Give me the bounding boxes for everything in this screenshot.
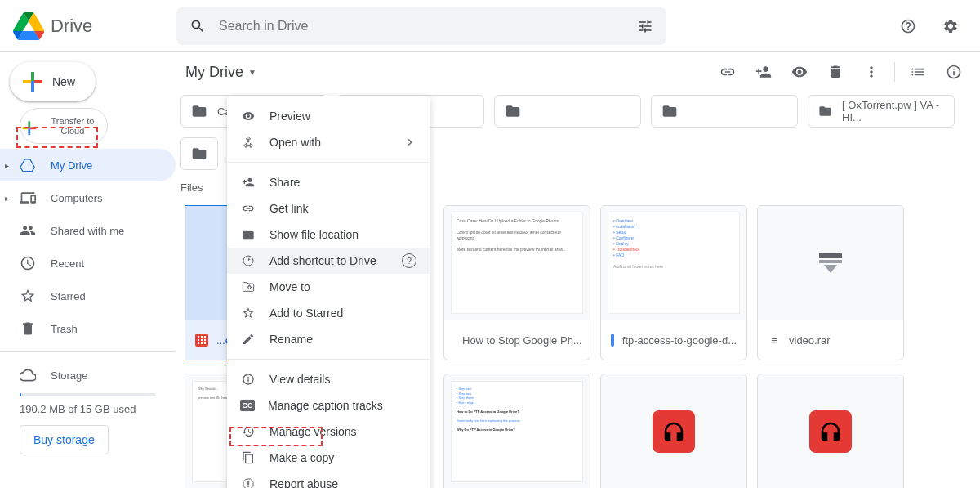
expand-icon[interactable]: ▸ xyxy=(5,161,9,170)
search-bar[interactable] xyxy=(176,7,666,45)
file-name: video.rar xyxy=(789,334,831,347)
menu-item-view-details[interactable]: View details xyxy=(227,366,430,392)
sidebar-item-trash[interactable]: Trash xyxy=(0,312,176,345)
file-card[interactable]: [ 1].test3.mp3 xyxy=(600,374,747,488)
sidebar-item-label: Recent xyxy=(51,257,84,270)
menu-item-make-copy[interactable]: Make a copy xyxy=(227,445,430,471)
menu-item-label: Manage caption tracks xyxy=(268,399,383,412)
sidebar-item-label: Trash xyxy=(51,323,78,335)
menu-item-captions[interactable]: CC Manage caption tracks xyxy=(227,392,430,419)
file-card[interactable]: ≡ video.rar xyxy=(757,205,904,360)
transfer-button[interactable]: Transfer to Cloud xyxy=(20,108,108,144)
info-icon xyxy=(240,371,256,387)
sidebar-item-recent[interactable]: Recent xyxy=(0,247,176,280)
file-footer: ≡ video.rar xyxy=(758,320,903,360)
path-bar: My Drive ▼ xyxy=(176,52,980,92)
trash-icon xyxy=(827,64,844,80)
help-icon[interactable]: ? xyxy=(402,253,416,268)
delete-button[interactable] xyxy=(819,56,852,88)
folder-card[interactable] xyxy=(651,95,798,128)
sidebar-item-storage[interactable]: Storage xyxy=(20,359,156,392)
folder-icon xyxy=(191,103,207,119)
folder-name: [ OxTorrent.pw ] VA - HI... xyxy=(842,99,944,123)
eye-icon xyxy=(240,108,256,124)
share-button[interactable] xyxy=(747,56,780,88)
file-card[interactable]: Case Case: How Do I Upload a Folder to G… xyxy=(443,205,590,360)
shortcut-icon xyxy=(240,253,256,269)
trash-icon xyxy=(20,320,36,337)
folder-icon xyxy=(662,103,678,119)
path-title[interactable]: My Drive ▼ xyxy=(185,64,256,81)
get-link-button[interactable] xyxy=(711,56,744,88)
folder-card[interactable] xyxy=(180,137,218,170)
menu-item-add-starred[interactable]: Add to Starred xyxy=(227,300,430,326)
chevron-down-icon: ▼ xyxy=(248,68,256,77)
toolbar-separator xyxy=(894,62,895,82)
headphones-icon xyxy=(662,419,686,444)
menu-item-show-location[interactable]: Show file location xyxy=(227,222,430,248)
file-card[interactable]: • Overview• Installation• Setup• Configu… xyxy=(600,205,747,360)
preview-button[interactable] xyxy=(783,56,816,88)
sidebar-item-shared[interactable]: Shared with me xyxy=(0,214,176,247)
menu-item-versions[interactable]: Manage versions xyxy=(227,419,430,445)
menu-item-label: Move to xyxy=(270,280,310,293)
copy-icon xyxy=(240,450,256,466)
storage-bar-fill xyxy=(20,393,21,396)
file-thumbnail: Case Case: How Do I Upload a Folder to G… xyxy=(444,206,590,320)
list-view-button[interactable] xyxy=(902,56,934,88)
menu-item-move-to[interactable]: Move to xyxy=(227,274,430,300)
file-thumbnail xyxy=(758,206,903,320)
search-options-icon[interactable] xyxy=(637,18,653,34)
menu-item-share[interactable]: Share xyxy=(227,169,430,195)
sidebar-item-my-drive[interactable]: ▸ My Drive xyxy=(0,149,176,181)
headphones-icon xyxy=(818,419,843,444)
menu-item-get-link[interactable]: Get link xyxy=(227,195,430,222)
gear-icon xyxy=(942,18,959,34)
menu-item-label: Manage versions xyxy=(270,425,357,438)
person-add-icon xyxy=(240,174,256,190)
menu-item-label: Show file location xyxy=(270,228,359,241)
menu-item-label: Report abuse xyxy=(270,477,338,488)
sidebar-item-computers[interactable]: ▸ Computers xyxy=(0,181,176,214)
link-icon xyxy=(719,64,736,80)
sidebar-item-label: Starred xyxy=(51,290,86,302)
search-input[interactable] xyxy=(219,19,624,34)
buy-storage-button[interactable]: Buy storage xyxy=(20,425,109,454)
menu-item-add-shortcut[interactable]: Add shortcut to Drive ? xyxy=(227,248,430,274)
open-icon xyxy=(240,134,256,150)
cc-icon: CC xyxy=(240,400,255,411)
settings-button[interactable] xyxy=(934,10,967,43)
sidebar-item-starred[interactable]: Starred xyxy=(0,280,176,312)
sidebar-item-label: Computers xyxy=(51,192,103,204)
archive-icon: ≡ xyxy=(768,334,781,347)
menu-item-preview[interactable]: Preview xyxy=(227,103,430,129)
expand-icon[interactable]: ▸ xyxy=(5,194,9,203)
search-icon xyxy=(189,18,206,34)
file-card[interactable]: .test2.mp3 xyxy=(757,374,904,488)
file-thumbnail xyxy=(601,374,746,488)
star-icon xyxy=(20,288,36,304)
person-add-icon xyxy=(755,64,772,80)
app-title: Drive xyxy=(51,16,92,37)
folder-card[interactable]: [ OxTorrent.pw ] VA - HI... xyxy=(808,95,955,128)
menu-item-report-abuse[interactable]: Report abuse xyxy=(227,471,430,488)
report-icon xyxy=(240,476,256,488)
menu-item-label: Add to Starred xyxy=(270,307,343,320)
help-button[interactable] xyxy=(892,10,924,43)
file-thumbnail: • Step one• Step two• Step three• More s… xyxy=(444,374,590,488)
new-button[interactable]: New xyxy=(10,62,96,101)
file-footer: How to Stop Google Ph... xyxy=(444,320,590,360)
selection-toolbar xyxy=(711,56,970,88)
menu-item-rename[interactable]: Rename xyxy=(227,326,430,352)
logo-area[interactable]: Drive xyxy=(13,11,176,42)
more-button[interactable] xyxy=(855,56,888,88)
menu-item-label: Get link xyxy=(270,202,308,215)
file-card[interactable]: • Step one• Step two• Step three• More s… xyxy=(443,374,590,488)
list-icon xyxy=(910,64,926,80)
eye-icon xyxy=(791,64,808,80)
menu-item-open-with[interactable]: Open with xyxy=(227,129,430,155)
folder-card[interactable] xyxy=(494,95,641,128)
menu-item-label: Share xyxy=(270,176,300,189)
details-button[interactable] xyxy=(938,56,970,88)
storage-section: Storage 190.2 MB of 15 GB used Buy stora… xyxy=(0,351,176,461)
